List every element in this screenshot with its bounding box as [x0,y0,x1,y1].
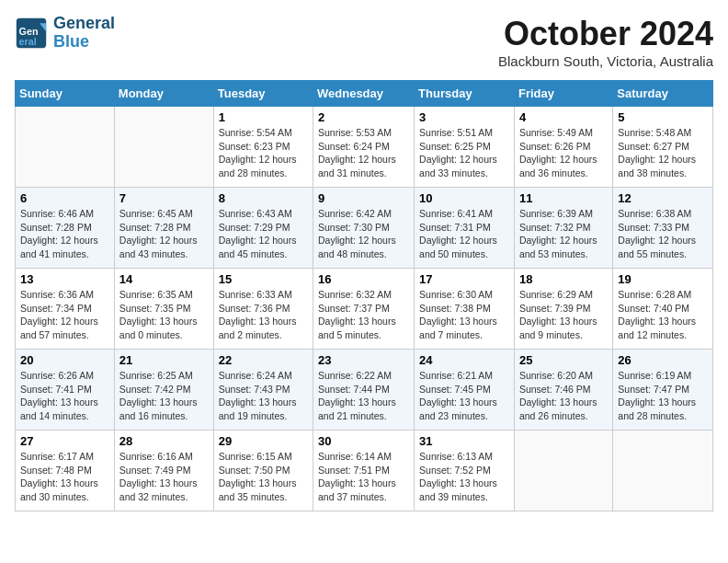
calendar-day-cell [114,107,213,188]
daylight-text: Daylight: 12 hours and 53 minutes. [519,234,608,260]
sunrise-text: Sunrise: 6:22 AM [318,369,409,383]
daylight-text: Daylight: 13 hours and 35 minutes. [219,477,308,503]
sunrise-text: Sunrise: 6:41 AM [419,207,509,221]
sunset-text: Sunset: 6:24 PM [318,140,409,154]
daylight-text: Daylight: 12 hours and 43 minutes. [119,234,209,260]
sunrise-text: Sunrise: 6:46 AM [20,207,109,221]
calendar-day-cell: 1Sunrise: 5:54 AMSunset: 6:23 PMDaylight… [213,107,313,188]
sunset-text: Sunset: 7:36 PM [219,302,308,316]
daylight-text: Daylight: 13 hours and 21 minutes. [318,396,409,422]
daylight-text: Daylight: 12 hours and 33 minutes. [419,153,509,179]
day-number: 15 [219,272,308,286]
day-number: 4 [519,110,608,124]
sunrise-text: Sunrise: 6:38 AM [618,207,708,221]
sunset-text: Sunset: 7:34 PM [20,302,109,316]
day-info: Sunrise: 5:49 AMSunset: 6:26 PMDaylight:… [519,126,608,180]
calendar-day-cell: 11Sunrise: 6:39 AMSunset: 7:32 PMDayligh… [514,188,612,269]
calendar-day-cell: 26Sunrise: 6:19 AMSunset: 7:47 PMDayligh… [613,350,713,431]
sunrise-text: Sunrise: 5:53 AM [318,126,409,140]
day-number: 16 [318,272,409,286]
sunset-text: Sunset: 7:37 PM [318,302,409,316]
day-number: 27 [20,434,109,448]
daylight-text: Daylight: 13 hours and 0 minutes. [119,315,209,341]
page-header: Gen eral General Blue October 2024 Black… [15,15,713,69]
daylight-text: Daylight: 12 hours and 31 minutes. [318,153,409,179]
day-number: 10 [419,191,509,205]
calendar-day-cell: 4Sunrise: 5:49 AMSunset: 6:26 PMDaylight… [514,107,612,188]
daylight-text: Daylight: 12 hours and 48 minutes. [318,234,409,260]
logo-icon: Gen eral [15,17,48,50]
sunset-text: Sunset: 7:32 PM [519,221,608,235]
calendar-day-cell: 30Sunrise: 6:14 AMSunset: 7:51 PMDayligh… [313,431,415,511]
sunrise-text: Sunrise: 6:26 AM [20,369,109,383]
daylight-text: Daylight: 13 hours and 5 minutes. [318,315,409,341]
sunrise-text: Sunrise: 6:43 AM [219,207,308,221]
day-number: 5 [618,110,708,124]
day-number: 26 [618,353,708,367]
column-header-tuesday: Tuesday [213,81,313,107]
day-info: Sunrise: 6:42 AMSunset: 7:30 PMDaylight:… [318,207,409,261]
daylight-text: Daylight: 13 hours and 26 minutes. [519,396,608,422]
day-number: 30 [318,434,409,448]
day-info: Sunrise: 6:13 AMSunset: 7:52 PMDaylight:… [419,450,509,504]
day-number: 13 [20,272,109,286]
calendar-week-row: 1Sunrise: 5:54 AMSunset: 6:23 PMDaylight… [16,107,713,188]
sunset-text: Sunset: 7:28 PM [119,221,209,235]
day-info: Sunrise: 6:33 AMSunset: 7:36 PMDaylight:… [219,288,308,342]
calendar-day-cell: 20Sunrise: 6:26 AMSunset: 7:41 PMDayligh… [16,350,115,431]
day-number: 31 [419,434,509,448]
daylight-text: Daylight: 13 hours and 2 minutes. [219,315,308,341]
day-number: 12 [618,191,708,205]
calendar-week-row: 6Sunrise: 6:46 AMSunset: 7:28 PMDaylight… [16,188,713,269]
column-header-friday: Friday [514,81,612,107]
sunrise-text: Sunrise: 6:19 AM [618,369,708,383]
daylight-text: Daylight: 12 hours and 50 minutes. [419,234,509,260]
sunset-text: Sunset: 7:47 PM [618,383,708,396]
sunrise-text: Sunrise: 6:24 AM [219,369,308,383]
sunset-text: Sunset: 7:42 PM [119,383,209,396]
calendar-day-cell: 9Sunrise: 6:42 AMSunset: 7:30 PMDaylight… [313,188,415,269]
sunset-text: Sunset: 7:40 PM [618,302,708,316]
sunrise-text: Sunrise: 5:54 AM [219,126,308,140]
sunrise-text: Sunrise: 5:49 AM [519,126,608,140]
calendar-day-cell: 15Sunrise: 6:33 AMSunset: 7:36 PMDayligh… [213,269,313,350]
svg-text:eral: eral [19,35,37,46]
daylight-text: Daylight: 12 hours and 41 minutes. [20,234,109,260]
location-subtitle: Blackburn South, Victoria, Australia [498,53,713,69]
sunset-text: Sunset: 7:35 PM [119,302,209,316]
calendar-header-row: SundayMondayTuesdayWednesdayThursdayFrid… [16,81,713,107]
calendar-day-cell [514,431,612,511]
day-number: 2 [318,110,409,124]
calendar-week-row: 20Sunrise: 6:26 AMSunset: 7:41 PMDayligh… [16,350,713,431]
day-number: 19 [618,272,708,286]
calendar-week-row: 27Sunrise: 6:17 AMSunset: 7:48 PMDayligh… [16,431,713,511]
sunset-text: Sunset: 7:49 PM [119,464,209,477]
calendar-week-row: 13Sunrise: 6:36 AMSunset: 7:34 PMDayligh… [16,269,713,350]
sunrise-text: Sunrise: 6:36 AM [20,288,109,302]
day-number: 14 [119,272,209,286]
sunset-text: Sunset: 7:29 PM [219,221,308,235]
day-info: Sunrise: 6:35 AMSunset: 7:35 PMDaylight:… [119,288,209,342]
day-number: 25 [519,353,608,367]
sunrise-text: Sunrise: 6:35 AM [119,288,209,302]
calendar-day-cell: 6Sunrise: 6:46 AMSunset: 7:28 PMDaylight… [16,188,115,269]
sunrise-text: Sunrise: 6:16 AM [119,450,209,464]
sunrise-text: Sunrise: 6:15 AM [219,450,308,464]
daylight-text: Daylight: 12 hours and 38 minutes. [618,153,708,179]
sunrise-text: Sunrise: 6:45 AM [119,207,209,221]
sunrise-text: Sunrise: 6:33 AM [219,288,308,302]
calendar-day-cell: 25Sunrise: 6:20 AMSunset: 7:46 PMDayligh… [514,350,612,431]
sunset-text: Sunset: 7:33 PM [618,221,708,235]
daylight-text: Daylight: 12 hours and 36 minutes. [519,153,608,179]
day-info: Sunrise: 6:28 AMSunset: 7:40 PMDaylight:… [618,288,708,342]
day-info: Sunrise: 6:19 AMSunset: 7:47 PMDaylight:… [618,369,708,423]
day-number: 3 [419,110,509,124]
sunrise-text: Sunrise: 6:13 AM [419,450,509,464]
day-info: Sunrise: 6:16 AMSunset: 7:49 PMDaylight:… [119,450,209,504]
sunrise-text: Sunrise: 6:21 AM [419,369,509,383]
day-info: Sunrise: 6:26 AMSunset: 7:41 PMDaylight:… [20,369,109,423]
calendar-day-cell: 13Sunrise: 6:36 AMSunset: 7:34 PMDayligh… [16,269,115,350]
day-info: Sunrise: 6:24 AMSunset: 7:43 PMDaylight:… [219,369,308,423]
daylight-text: Daylight: 13 hours and 7 minutes. [419,315,509,341]
title-block: October 2024 Blackburn South, Victoria, … [498,15,713,69]
